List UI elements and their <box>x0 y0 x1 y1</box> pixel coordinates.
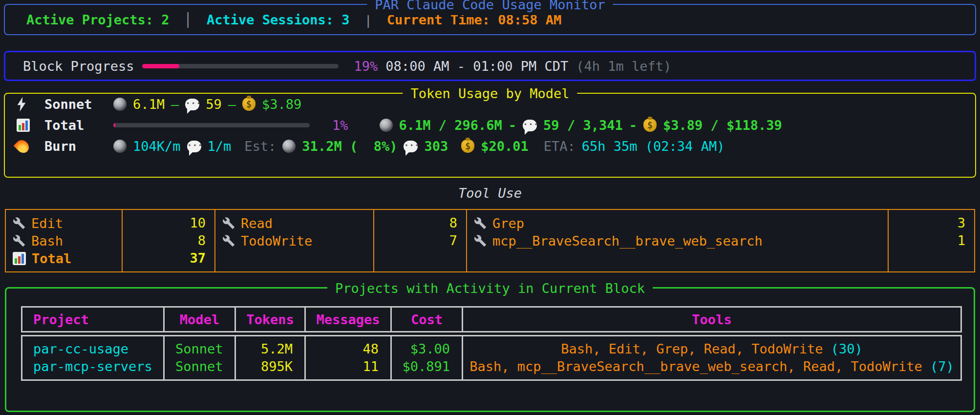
money-bag-icon: $ <box>242 98 256 111</box>
dash: – <box>228 97 236 112</box>
tool-use-title: Tool Use <box>0 186 980 201</box>
project-tools: Bash, mcp__BraveSearch__brave_web_search… <box>463 358 960 375</box>
burn-token-rate: 104K/m <box>133 139 181 154</box>
token-usage-panel: Token Usage by Model Sonnet 6.1M – ··· 5… <box>4 93 976 178</box>
total-label: Total <box>44 118 107 133</box>
est-tokens: 31.2M ( 8%) <box>302 139 397 154</box>
tool-names-column-1: Edit Bash Total <box>6 210 122 271</box>
burn-label: Burn <box>44 139 107 154</box>
tool-total-label: Total <box>32 251 71 266</box>
tool-count: 8 <box>123 232 214 249</box>
sonnet-cost: $3.89 <box>262 97 301 112</box>
tools-column: Bash, Edit, Grep, Read, TodoWrite (30) B… <box>462 336 960 379</box>
cost-column: $3.00 $0.891 <box>390 336 462 379</box>
header-messages: Messages <box>304 308 390 331</box>
total-cost: $3.89 / $118.39 <box>663 118 782 133</box>
token-usage-title: Token Usage by Model <box>403 83 577 104</box>
tool-count: 7 <box>374 232 466 249</box>
dash: - <box>629 118 637 133</box>
tool-count: 3 <box>889 214 974 232</box>
header-tokens: Tokens <box>234 308 304 331</box>
project-tokens: 895K <box>236 358 304 375</box>
tool-row: TodoWrite <box>215 232 373 249</box>
bar-chart-icon <box>13 252 26 265</box>
tool-name: Edit <box>31 216 63 231</box>
tool-row: Edit <box>6 214 122 232</box>
project-model: Sonnet <box>165 358 234 375</box>
money-bag-icon: $ <box>461 140 474 153</box>
speech-balloon-icon: ··· <box>404 141 418 152</box>
active-projects: Active Projects: 2 <box>26 12 170 27</box>
project-cost: $3.00 <box>392 340 462 358</box>
tool-total-count: 37 <box>123 249 214 267</box>
est-label: Est: <box>244 139 276 154</box>
est-cost: $20.01 <box>481 139 529 154</box>
lightning-icon <box>17 97 26 112</box>
projects-panel: Projects with Activity in Current Block … <box>5 287 975 412</box>
divider-icon: │ <box>184 12 192 27</box>
tool-total-row: Total <box>6 249 122 267</box>
active-sessions: Active Sessions: 3 <box>207 12 350 27</box>
messages-column: 48 11 <box>304 336 390 379</box>
project-tools-count: (7) <box>930 359 954 374</box>
total-tokens: 6.1M / 296.6M <box>399 118 502 133</box>
header-tools: Tools <box>462 308 960 331</box>
tool-name: Bash <box>31 233 63 249</box>
moon-icon <box>282 140 296 153</box>
tool-count: 10 <box>123 214 214 232</box>
tool-counts-column-1: 10 8 37 <box>122 210 214 271</box>
project-name: par-mcp-servers <box>22 358 163 375</box>
dash: – <box>171 97 179 112</box>
tool-row: Bash <box>6 232 122 249</box>
header-panel: PAR Claude Code Usage Monitor Active Pro… <box>4 4 976 35</box>
header-project: Project <box>22 308 163 331</box>
tool-row: Grep <box>467 214 888 232</box>
tool-counts-column-2: 8 7 <box>373 210 466 271</box>
tool-name: Read <box>241 216 273 231</box>
app-root: PAR Claude Code Usage Monitor Active Pro… <box>0 0 980 415</box>
tool-name: Grep <box>492 216 524 231</box>
total-percent: 1% <box>332 118 348 133</box>
project-tools-list: Bash, mcp__BraveSearch__brave_web_search… <box>469 359 922 374</box>
projects-table: Project Model Tokens Messages Cost Tools… <box>21 306 962 381</box>
speech-balloon-icon: ··· <box>523 120 537 131</box>
wrench-icon <box>13 234 25 247</box>
burn-row: Burn 104K/m ··· 1/m Est: 31.2M ( 8%) ···… <box>17 136 975 157</box>
tool-count: 8 <box>374 214 466 232</box>
speech-balloon-icon: ··· <box>185 99 199 110</box>
project-column: par-cc-usage par-mcp-servers <box>22 336 163 379</box>
burn-message-rate: 1/m <box>208 139 232 154</box>
wrench-icon <box>474 234 487 247</box>
sonnet-messages: 59 <box>206 97 222 112</box>
project-model: Sonnet <box>165 340 234 358</box>
eta-label: ETA: <box>544 139 575 154</box>
tool-row: mcp__BraveSearch__brave_web_search <box>467 232 888 249</box>
project-tools-list: Bash, Edit, Grep, Read, TodoWrite <box>561 341 823 356</box>
eta-value: 65h 35m (02:34 AM) <box>582 139 725 154</box>
block-progress-bar <box>142 64 339 68</box>
project-tokens: 5.2M <box>236 340 304 358</box>
fire-icon <box>14 137 32 155</box>
wrench-icon <box>13 217 25 229</box>
total-row: Total 1% 6.1M / 296.6M - ··· 59 / 3,341 … <box>17 115 975 136</box>
project-tools: Bash, Edit, Grep, Read, TodoWrite (30) <box>463 340 960 358</box>
tool-name: mcp__BraveSearch__brave_web_search <box>492 233 763 249</box>
wrench-icon <box>474 217 487 229</box>
est-messages: 303 <box>424 139 448 154</box>
dash: - <box>509 118 516 133</box>
tokens-column: 5.2M 895K <box>234 336 304 379</box>
moon-icon <box>380 119 393 132</box>
tool-names-column-2: Read TodoWrite <box>214 210 373 271</box>
tool-use-table: Edit Bash Total 10 8 37 Read TodoWrite <box>5 209 975 272</box>
tool-count: 1 <box>889 232 974 249</box>
tool-names-column-3: Grep mcp__BraveSearch__brave_web_search <box>466 210 888 271</box>
projects-table-body: par-cc-usage par-mcp-servers Sonnet Sonn… <box>21 335 962 381</box>
bar-chart-icon <box>17 119 30 132</box>
speech-balloon-icon: ··· <box>187 141 201 152</box>
tool-counts-column-3: 3 1 <box>888 210 974 271</box>
block-progress-percent: 19% <box>354 59 378 74</box>
wrench-icon <box>222 217 235 229</box>
total-progress-bar-fill <box>113 123 115 127</box>
total-progress-bar <box>113 123 310 127</box>
app-title: PAR Claude Code Usage Monitor <box>367 0 613 15</box>
